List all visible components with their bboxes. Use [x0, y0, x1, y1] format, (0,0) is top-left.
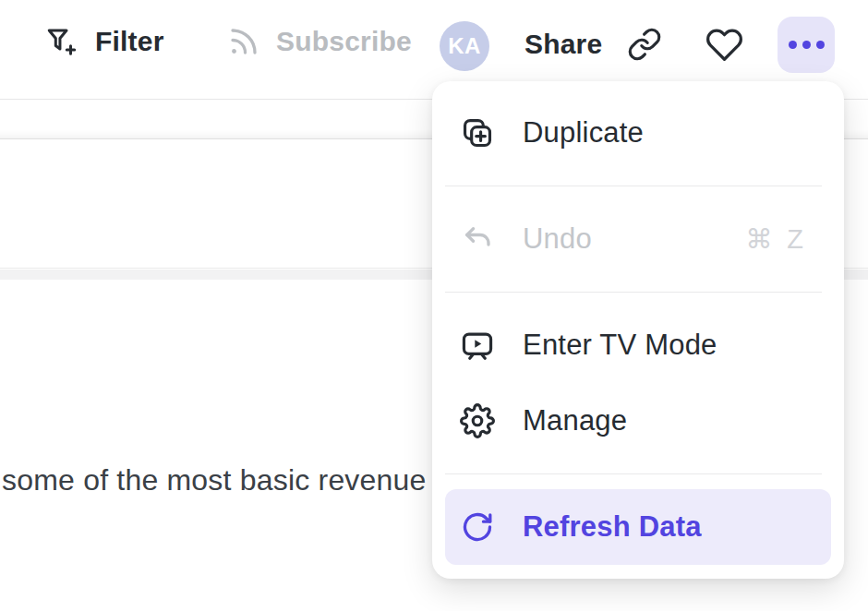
menu-divider	[445, 292, 822, 293]
more-options-button[interactable]	[778, 17, 835, 73]
filter-label: Filter	[95, 26, 164, 57]
rss-icon	[227, 25, 260, 58]
menu-item-label: Manage	[523, 404, 627, 437]
menu-item-shortcut: ⌘ Z	[745, 223, 807, 255]
menu-divider	[445, 186, 822, 186]
favorite-button[interactable]	[705, 25, 743, 64]
filter-plus-icon	[44, 25, 78, 58]
menu-item-label: Refresh Data	[523, 510, 702, 544]
filter-button[interactable]: Filter	[44, 25, 164, 58]
avatar[interactable]: KA	[440, 21, 489, 71]
menu-item-label: Undo	[523, 222, 592, 256]
menu-item-duplicate[interactable]: Duplicate	[445, 95, 831, 171]
refresh-icon	[460, 509, 495, 545]
more-options-menu: Duplicate Undo ⌘ Z Enter TV M	[432, 81, 844, 579]
menu-item-label: Duplicate	[523, 116, 644, 150]
tv-play-icon	[460, 328, 495, 363]
gear-icon	[460, 403, 495, 438]
more-horizontal-icon	[789, 41, 825, 49]
subscribe-label: Subscribe	[276, 26, 412, 57]
menu-divider	[445, 473, 822, 474]
share-button[interactable]: Share	[524, 29, 602, 60]
share-label: Share	[524, 29, 602, 60]
menu-item-label: Enter TV Mode	[523, 329, 717, 362]
menu-item-enter-tv-mode[interactable]: Enter TV Mode	[445, 307, 831, 383]
undo-icon	[460, 222, 495, 257]
dashboard-screen: some of the most basic revenue m Filter …	[0, 0, 868, 611]
subscribe-button[interactable]: Subscribe	[227, 25, 412, 58]
menu-item-manage[interactable]: Manage	[445, 383, 831, 459]
link-icon	[627, 27, 662, 62]
menu-item-refresh-data[interactable]: Refresh Data	[445, 489, 831, 565]
copy-link-button[interactable]	[626, 26, 663, 63]
menu-item-undo[interactable]: Undo ⌘ Z	[445, 201, 831, 277]
heart-icon	[705, 26, 743, 64]
duplicate-plus-icon	[460, 115, 495, 150]
